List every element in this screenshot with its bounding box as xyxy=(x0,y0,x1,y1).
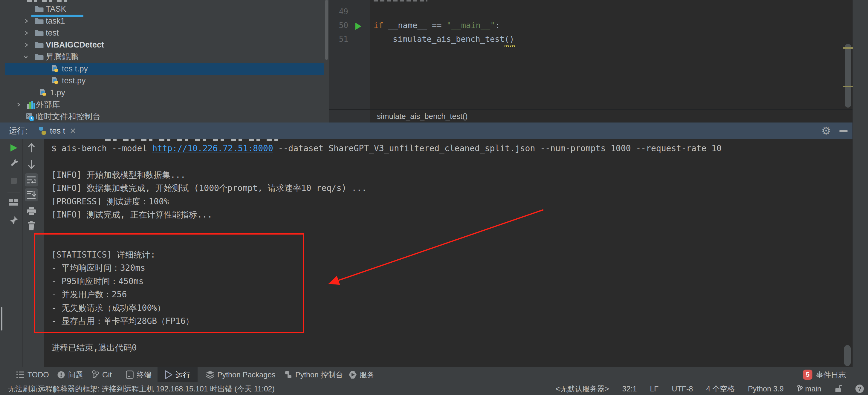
file-encoding[interactable]: UTF-8 xyxy=(672,385,693,393)
pycharm-window: TASK task1 test VIBAIGCDetect xyxy=(0,0,868,395)
run-tab-underline xyxy=(31,14,83,17)
git-branch-icon xyxy=(91,370,99,379)
line-number: 49 xyxy=(329,5,348,19)
gear-icon[interactable]: ⚙ xyxy=(822,126,831,136)
problems-icon xyxy=(57,371,65,379)
minimize-icon[interactable] xyxy=(839,130,848,132)
branch-icon xyxy=(797,385,803,393)
help-gear-icon[interactable]: ? xyxy=(856,385,864,393)
tree-item-label: TASK xyxy=(46,3,66,15)
line-number: 50 xyxy=(329,19,348,32)
chevron-right-icon[interactable] xyxy=(24,43,29,47)
colon-token: : xyxy=(495,21,500,30)
event-count-badge: 5 xyxy=(803,370,812,380)
scroll-up-button[interactable] xyxy=(25,141,38,155)
folder-icon xyxy=(35,29,44,36)
tree-item-folder[interactable]: TASK xyxy=(5,3,324,15)
packages-layers-icon xyxy=(206,370,214,379)
console-scrollbar-thumb[interactable] xyxy=(844,345,851,366)
code-editor[interactable]: 49 50 51 if __name__ == "__main__": simu… xyxy=(329,0,852,109)
folder-icon xyxy=(35,5,44,12)
status-bar: 无法刷新远程解释器的框架: 连接到远程主机 192.168.15.101 时出错… xyxy=(0,382,868,395)
run-panel-header: 运行: tes t ✕ ⚙ xyxy=(0,123,852,139)
toolbar-separator xyxy=(7,212,20,212)
clipped-tree-row xyxy=(27,0,72,2)
terminal-icon xyxy=(126,370,134,379)
tab-label: Git xyxy=(102,370,112,379)
tab-services[interactable]: 服务 xyxy=(349,367,374,382)
tree-item-folder[interactable]: 昇腾鲲鹏 xyxy=(5,51,324,63)
restore-layout-button[interactable] xyxy=(7,196,20,209)
editor-scrollbar-thumb[interactable] xyxy=(845,44,851,107)
tab-label: 运行 xyxy=(176,370,190,380)
default-server-indicator[interactable]: <无默认服务器> xyxy=(556,384,609,394)
tab-terminal[interactable]: 终端 xyxy=(126,367,152,382)
tab-python-packages[interactable]: Python Packages xyxy=(206,367,276,382)
edit-configuration-button[interactable] xyxy=(7,155,20,168)
tree-item-label: 外部库 xyxy=(36,99,60,110)
event-log-label: 事件日志 xyxy=(816,370,846,380)
tree-item-scratches[interactable]: 临时文件和控制台 xyxy=(5,110,324,123)
soft-wrap-toggle-on[interactable] xyxy=(25,173,38,187)
run-tab[interactable]: tes t ✕ xyxy=(31,123,85,139)
keyword-token: if xyxy=(374,21,383,30)
chevron-right-icon[interactable] xyxy=(24,19,29,23)
scroll-to-end-toggle-on[interactable] xyxy=(25,188,38,201)
run-console[interactable]: $ ais-bench --model http://10.226.72.51:… xyxy=(44,139,843,367)
project-tree-panel: TASK task1 test VIBAIGCDetect xyxy=(5,0,324,123)
tree-item-label: 1.py xyxy=(50,87,65,99)
tree-item-python-file-selected[interactable]: tes t.py xyxy=(5,63,324,75)
folder-icon xyxy=(35,53,44,60)
toolbar-separator xyxy=(7,173,20,173)
run-line-icon[interactable] xyxy=(354,22,362,31)
warning-stripe-mark[interactable] xyxy=(843,47,853,49)
rerun-button[interactable] xyxy=(7,141,20,155)
print-button[interactable] xyxy=(25,205,38,218)
tree-item-label: 临时文件和控制台 xyxy=(36,110,100,123)
console-line: - 无失败请求（成功率100%） xyxy=(52,301,165,315)
indent-style[interactable]: 4 个空格 xyxy=(706,384,735,394)
tab-run-active[interactable]: 运行 xyxy=(157,367,197,382)
server-url-link[interactable]: http://10.226.72.51:8000 xyxy=(152,143,273,153)
tree-item-folder[interactable]: VIBAIGCDetect xyxy=(5,39,324,51)
caret-position[interactable]: 32:1 xyxy=(622,385,637,393)
interpreter[interactable]: Python 3.9 xyxy=(748,385,784,393)
stop-button-disabled[interactable] xyxy=(7,174,20,187)
tree-item-external-libraries[interactable]: 外部库 xyxy=(5,99,324,110)
clipped-console-line xyxy=(105,139,284,141)
editor-gutter: 49 50 51 xyxy=(329,0,370,109)
git-branch[interactable]: main xyxy=(797,385,822,393)
console-line: [INFO] 开始加载模型和数据集... xyxy=(52,168,186,182)
console-command-line: $ ais-bench --model http://10.226.72.51:… xyxy=(52,142,721,155)
clear-console-button[interactable] xyxy=(25,219,38,232)
run-play-icon xyxy=(165,370,173,379)
run-tab-label: tes t xyxy=(50,123,65,139)
tab-python-console[interactable]: Python 控制台 xyxy=(284,367,343,382)
tab-problems[interactable]: 问题 xyxy=(57,367,83,382)
tree-item-label: test xyxy=(46,27,59,39)
console-line: [INFO] 数据集加载完成, 开始测试 (1000个prompt, 请求速率1… xyxy=(52,182,367,195)
console-line: - P95响应时间：450ms xyxy=(52,275,144,288)
pin-tab-button[interactable] xyxy=(7,213,20,227)
bottom-tool-bar: TODO 问题 Git 终端 运行 Python Packages Python… xyxy=(0,367,868,382)
line-separator[interactable]: LF xyxy=(650,385,658,393)
tab-git[interactable]: Git xyxy=(91,367,112,382)
chevron-right-icon[interactable] xyxy=(17,102,21,107)
event-log-button[interactable]: 5 事件日志 xyxy=(803,367,846,382)
tree-item-python-file[interactable]: 1.py xyxy=(5,87,324,99)
chevron-down-icon[interactable] xyxy=(24,55,28,59)
close-icon[interactable]: ✕ xyxy=(70,123,76,139)
lock-icon[interactable] xyxy=(835,385,842,393)
project-tree-scrollbar-thumb[interactable] xyxy=(325,0,328,60)
tab-todo[interactable]: TODO xyxy=(16,367,49,382)
console-line: [PROGRESS] 测试进度：100% xyxy=(52,195,169,208)
tree-item-python-file[interactable]: test.py xyxy=(5,75,324,87)
library-icon xyxy=(27,101,35,109)
scroll-down-button[interactable] xyxy=(25,158,38,171)
tree-item-folder[interactable]: test xyxy=(5,27,324,39)
warning-stripe-mark[interactable] xyxy=(843,86,853,87)
python-file-icon xyxy=(51,77,59,85)
console-line: - 平均响应时间：320ms xyxy=(52,261,145,274)
run-toolbar xyxy=(5,139,44,367)
chevron-right-icon[interactable] xyxy=(24,31,29,35)
